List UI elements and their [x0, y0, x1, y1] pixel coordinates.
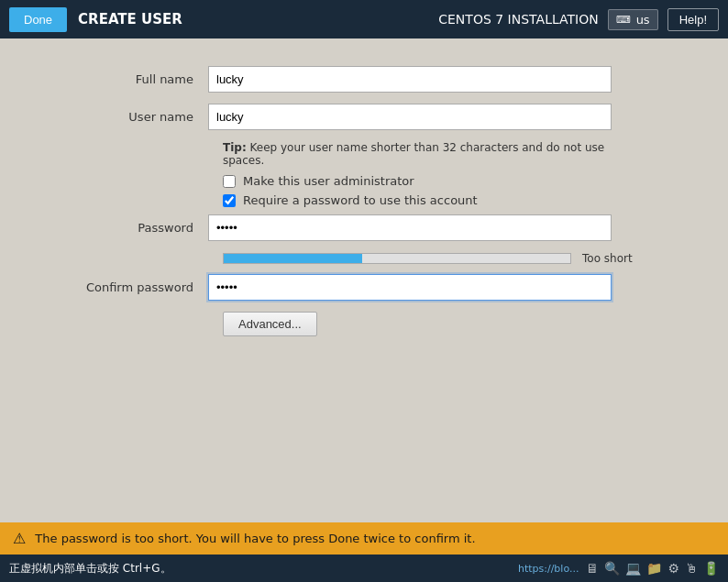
- search-icon: 🔍: [604, 561, 620, 576]
- monitor-icon: 🖥: [586, 561, 599, 576]
- centos-title: CENTOS 7 INSTALLATION: [438, 12, 598, 27]
- tip-row: Tip: Keep your user name shorter than 32…: [223, 141, 657, 167]
- admin-checkbox-label[interactable]: Make this user administrator: [243, 174, 414, 188]
- status-bar: 正虚拟机内部单击或按 Ctrl+G。 https://blo... 🖥 🔍 💻 …: [0, 555, 728, 582]
- header-left: Done CREATE USER: [9, 7, 182, 32]
- confirm-password-row: Confirm password: [71, 274, 657, 301]
- strength-bar-fill: [224, 254, 362, 263]
- password-label: Password: [71, 221, 208, 235]
- strength-row: Too short: [223, 252, 657, 265]
- header: Done CREATE USER CENTOS 7 INSTALLATION ⌨…: [0, 0, 728, 38]
- fullname-input[interactable]: [208, 66, 612, 93]
- password-row: Password: [71, 214, 657, 241]
- confirm-password-input[interactable]: [208, 274, 612, 301]
- keyboard-icon: ⌨: [616, 14, 631, 26]
- keyboard-selector[interactable]: ⌨ us: [608, 9, 658, 30]
- mouse-icon: 🖱: [685, 561, 698, 576]
- status-text: 正虚拟机内部单击或按 Ctrl+G。: [9, 561, 171, 577]
- help-button[interactable]: Help!: [667, 8, 719, 31]
- keyboard-layout: us: [636, 13, 650, 27]
- status-icons: 🖥 🔍 💻 📁 ⚙ 🖱 🔋: [586, 561, 719, 576]
- username-label: User name: [71, 110, 208, 124]
- main-content: Full name User name Tip: Keep your user …: [0, 38, 728, 524]
- password-checkbox-label[interactable]: Require a password to use this account: [243, 193, 478, 207]
- warning-text: The password is too short. You will have…: [35, 532, 475, 545]
- strength-bar: [223, 253, 571, 264]
- fullname-label: Full name: [71, 72, 208, 86]
- warning-icon: ⚠: [13, 530, 26, 547]
- username-row: User name: [71, 104, 657, 130]
- password-checkbox[interactable]: [223, 194, 236, 207]
- form-container: Full name User name Tip: Keep your user …: [34, 66, 694, 336]
- laptop-icon: 💻: [625, 561, 641, 576]
- page-title: CREATE USER: [78, 11, 182, 27]
- fullname-row: Full name: [71, 66, 657, 93]
- confirm-password-label: Confirm password: [71, 280, 208, 294]
- tip-content: Keep your user name shorter than 32 char…: [223, 141, 604, 167]
- battery-icon: 🔋: [703, 561, 719, 576]
- advanced-button[interactable]: Advanced...: [223, 312, 317, 336]
- admin-checkbox[interactable]: [223, 175, 236, 188]
- strength-label: Too short: [582, 252, 633, 265]
- tip-prefix: Tip:: [223, 141, 247, 154]
- advanced-row: Advanced...: [223, 312, 657, 336]
- folder-icon: 📁: [646, 561, 662, 576]
- admin-checkbox-row: Make this user administrator: [223, 174, 657, 188]
- done-button[interactable]: Done: [9, 7, 67, 32]
- status-right: https://blo... 🖥 🔍 💻 📁 ⚙ 🖱 🔋: [518, 561, 719, 576]
- tip-text: Tip: Keep your user name shorter than 32…: [223, 141, 626, 167]
- username-input[interactable]: [208, 104, 612, 130]
- password-input[interactable]: [208, 214, 612, 241]
- settings-icon: ⚙: [667, 561, 679, 576]
- password-checkbox-row: Require a password to use this account: [223, 193, 657, 207]
- header-right: CENTOS 7 INSTALLATION ⌨ us Help!: [438, 8, 719, 31]
- status-link: https://blo...: [518, 563, 579, 575]
- warning-bar: ⚠ The password is too short. You will ha…: [0, 522, 728, 555]
